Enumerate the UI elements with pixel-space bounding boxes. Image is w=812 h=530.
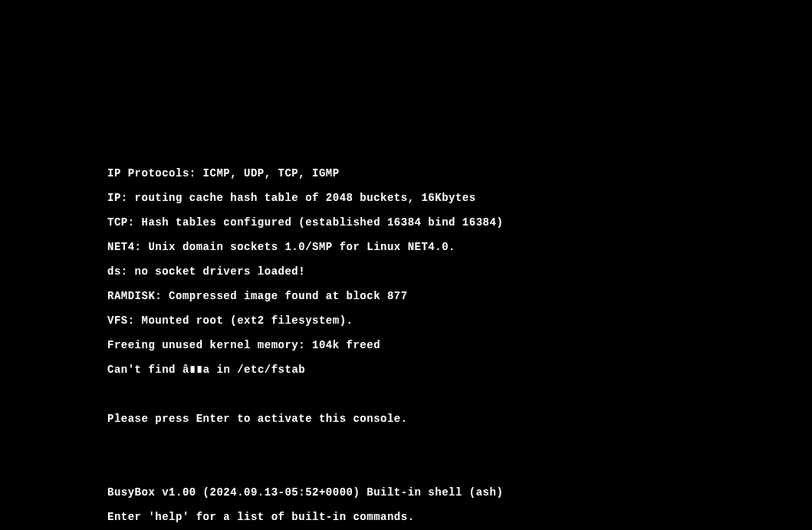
boot-line: NET4: Unix domain sockets 1.0/SMP for Li… [107, 241, 558, 253]
boot-line: Freeing unused kernel memory: 104k freed [107, 339, 558, 351]
boot-line: Can't find â∎∎a in /etc/fstab [107, 364, 558, 376]
boot-line: IP Protocols: ICMP, UDP, TCP, IGMP [107, 167, 558, 179]
busybox-help: Enter 'help' for a list of built-in comm… [107, 511, 558, 523]
console-activate-msg: Please press Enter to activate this cons… [107, 413, 558, 425]
boot-line: ds: no socket drivers loaded! [107, 265, 558, 278]
blank-line [107, 437, 558, 449]
blank-line [107, 462, 558, 474]
boot-line: RAMDISK: Compressed image found at block… [107, 290, 558, 302]
boot-line: IP: routing cache hash table of 2048 buc… [107, 192, 558, 204]
blank-line [107, 388, 558, 400]
boot-line: TCP: Hash tables configured (established… [107, 216, 558, 229]
busybox-banner: BusyBox v1.00 (2024.09.13-05:52+0000) Bu… [107, 486, 558, 499]
boot-line: VFS: Mounted root (ext2 filesystem). [107, 314, 558, 327]
terminal-output[interactable]: IP Protocols: ICMP, UDP, TCP, IGMP IP: r… [107, 155, 558, 530]
